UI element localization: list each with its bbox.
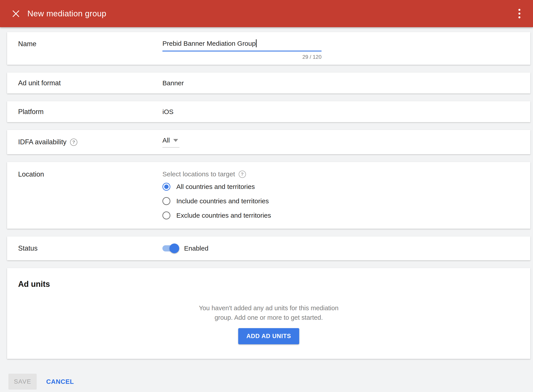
char-counter: 29 / 120 xyxy=(162,54,322,60)
platform-value: iOS xyxy=(162,108,530,116)
name-input-value: Prebid Banner Mediation Group xyxy=(162,40,256,47)
help-icon[interactable]: ? xyxy=(70,139,77,146)
idfa-label: IDFA availability xyxy=(18,138,66,146)
ad-units-heading: Ad units xyxy=(18,280,519,289)
empty-state-line2: group. Add one or more to get started. xyxy=(18,313,519,322)
radio-label: All countries and territories xyxy=(176,183,255,191)
status-control: Enabled xyxy=(162,245,530,252)
text-cursor xyxy=(256,39,257,47)
cancel-button[interactable]: CANCEL xyxy=(46,378,74,385)
ad-units-card: Ad units You haven't added any ad units … xyxy=(7,268,530,359)
status-label: Status xyxy=(7,244,162,252)
idfa-value-col: All xyxy=(162,136,530,148)
empty-state-line1: You haven't added any ad units for this … xyxy=(18,303,519,313)
add-ad-units-button-wrap: ADD AD UNITS xyxy=(18,328,519,344)
idfa-label-group: IDFA availability ? xyxy=(7,138,162,146)
status-card: Status Enabled xyxy=(7,236,530,260)
ad-unit-format-label: Ad unit format xyxy=(7,79,162,87)
radio-label: Exclude countries and territories xyxy=(176,212,271,219)
status-value: Enabled xyxy=(184,245,208,252)
select-underline xyxy=(162,147,179,148)
name-card: Name Prebid Banner Mediation Group 29 / … xyxy=(7,32,530,65)
close-icon-glyph xyxy=(12,10,20,18)
name-label: Name xyxy=(7,39,162,48)
location-label: Location xyxy=(7,170,162,178)
radio-button-icon[interactable] xyxy=(162,183,170,191)
kebab-dot xyxy=(519,9,520,11)
radio-button-icon[interactable] xyxy=(162,197,170,205)
kebab-dot xyxy=(519,13,520,14)
ad-unit-format-value: Banner xyxy=(162,79,530,87)
footer-actions: SAVE CANCEL xyxy=(8,374,530,390)
idfa-select[interactable]: All xyxy=(162,136,179,148)
idfa-selected-value: All xyxy=(162,136,170,144)
app-bar: New mediation group xyxy=(0,0,533,27)
overflow-menu-icon[interactable] xyxy=(514,6,525,21)
ad-units-empty-state: You haven't added any ad units for this … xyxy=(18,303,519,322)
radio-button-icon[interactable] xyxy=(162,211,170,219)
add-ad-units-button[interactable]: ADD AD UNITS xyxy=(238,328,299,344)
radio-include-countries[interactable]: Include countries and territories xyxy=(162,196,530,206)
location-value-col: Select locations to target ? All countri… xyxy=(162,170,530,225)
close-icon[interactable] xyxy=(10,8,22,19)
location-card: Location Select locations to target ? Al… xyxy=(7,162,530,229)
kebab-dot xyxy=(519,16,520,18)
radio-exclude-countries[interactable]: Exclude countries and territories xyxy=(162,210,530,220)
ad-unit-format-card: Ad unit format Banner xyxy=(7,72,530,93)
new-mediation-group-page: New mediation group Name Prebid Banner M… xyxy=(0,0,533,392)
chevron-down-icon xyxy=(173,139,178,142)
idfa-select-line: All xyxy=(162,136,179,144)
toggle-thumb xyxy=(169,243,179,253)
location-helper-text: Select locations to target xyxy=(162,170,235,178)
status-toggle[interactable] xyxy=(162,245,178,252)
form-content: Name Prebid Banner Mediation Group 29 / … xyxy=(0,27,533,390)
radio-label: Include countries and territories xyxy=(176,197,269,205)
help-icon[interactable]: ? xyxy=(239,171,246,178)
status-value-col: Enabled xyxy=(162,245,530,252)
name-value-col: Prebid Banner Mediation Group 29 / 120 xyxy=(162,39,530,60)
name-input[interactable]: Prebid Banner Mediation Group xyxy=(162,39,322,51)
page-title: New mediation group xyxy=(27,9,106,18)
save-button[interactable]: SAVE xyxy=(8,374,37,390)
radio-all-countries[interactable]: All countries and territories xyxy=(162,182,530,191)
platform-card: Platform iOS xyxy=(7,101,530,122)
platform-label: Platform xyxy=(7,108,162,116)
location-helper: Select locations to target ? xyxy=(162,170,530,178)
idfa-card: IDFA availability ? All xyxy=(7,130,530,154)
